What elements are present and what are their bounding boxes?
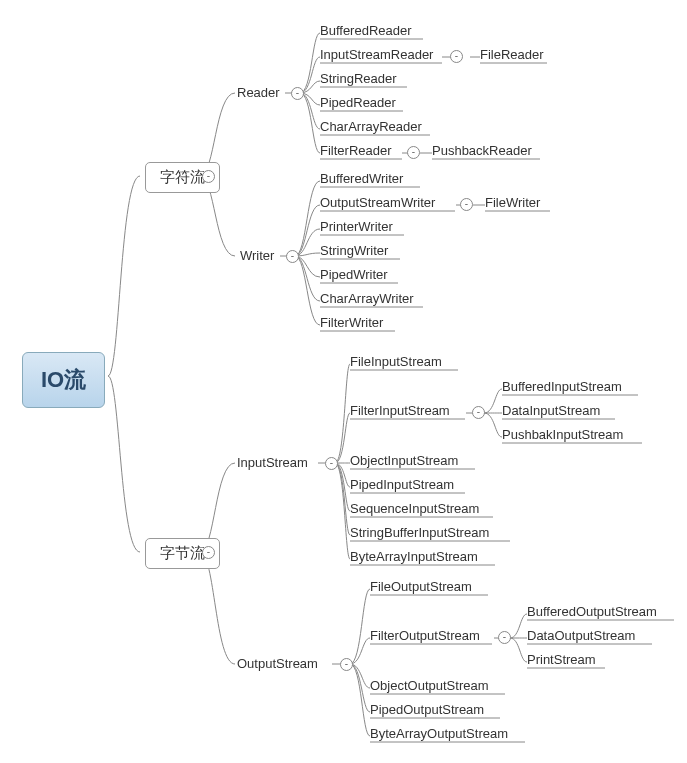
leaf-node[interactable]: PrinterWriter	[320, 219, 393, 234]
leaf-node[interactable]: OutputStreamWriter	[320, 195, 435, 210]
leaf-node[interactable]: ObjectOutputStream	[370, 678, 489, 693]
leaf-node[interactable]: FilterInputStream	[350, 403, 450, 418]
leaf-node[interactable]: StringBufferInputStream	[350, 525, 489, 540]
collapse-icon[interactable]: -	[202, 170, 215, 183]
leaf-node[interactable]: FileOutputStream	[370, 579, 472, 594]
leaf-node[interactable]: PushbakInputStream	[502, 427, 623, 442]
leaf-node[interactable]: CharArrayReader	[320, 119, 422, 134]
leaf-node[interactable]: PrintStream	[527, 652, 596, 667]
collapse-icon[interactable]: -	[325, 457, 338, 470]
leaf-node[interactable]: PipedOutputStream	[370, 702, 484, 717]
collapse-icon[interactable]: -	[450, 50, 463, 63]
collapse-icon[interactable]: -	[498, 631, 511, 644]
leaf-node[interactable]: SequenceInputStream	[350, 501, 479, 516]
leaf-node[interactable]: FilterWriter	[320, 315, 383, 330]
leaf-node[interactable]: FileInputStream	[350, 354, 442, 369]
leaf-node[interactable]: InputStreamReader	[320, 47, 433, 62]
leaf-node[interactable]: ByteArrayOutputStream	[370, 726, 508, 741]
leaf-node[interactable]: FilterReader	[320, 143, 392, 158]
root-node[interactable]: IO流	[22, 352, 105, 408]
collapse-icon[interactable]: -	[202, 546, 215, 559]
leaf-node[interactable]: CharArrayWriter	[320, 291, 414, 306]
collapse-icon[interactable]: -	[286, 250, 299, 263]
leaf-node[interactable]: StringReader	[320, 71, 397, 86]
leaf-node[interactable]: BufferedWriter	[320, 171, 403, 186]
leaf-node[interactable]: BufferedReader	[320, 23, 412, 38]
reader-node[interactable]: Reader	[237, 85, 280, 100]
collapse-icon[interactable]: -	[472, 406, 485, 419]
leaf-node[interactable]: PipedWriter	[320, 267, 388, 282]
leaf-node[interactable]: StringWriter	[320, 243, 388, 258]
leaf-node[interactable]: DataInputStream	[502, 403, 600, 418]
leaf-node[interactable]: ObjectInputStream	[350, 453, 458, 468]
leaf-node[interactable]: PipedReader	[320, 95, 396, 110]
leaf-node[interactable]: BufferedInputStream	[502, 379, 622, 394]
leaf-node[interactable]: FileReader	[480, 47, 544, 62]
inputstream-node[interactable]: InputStream	[237, 455, 308, 470]
leaf-node[interactable]: ByteArrayInputStream	[350, 549, 478, 564]
leaf-node[interactable]: BufferedOutputStream	[527, 604, 657, 619]
writer-node[interactable]: Writer	[240, 248, 274, 263]
leaf-node[interactable]: PushbackReader	[432, 143, 532, 158]
collapse-icon[interactable]: -	[340, 658, 353, 671]
leaf-node[interactable]: FilterOutputStream	[370, 628, 480, 643]
leaf-node[interactable]: PipedInputStream	[350, 477, 454, 492]
collapse-icon[interactable]: -	[291, 87, 304, 100]
leaf-node[interactable]: FileWriter	[485, 195, 540, 210]
leaf-node[interactable]: DataOutputStream	[527, 628, 635, 643]
outputstream-node[interactable]: OutputStream	[237, 656, 318, 671]
collapse-icon[interactable]: -	[407, 146, 420, 159]
collapse-icon[interactable]: -	[460, 198, 473, 211]
